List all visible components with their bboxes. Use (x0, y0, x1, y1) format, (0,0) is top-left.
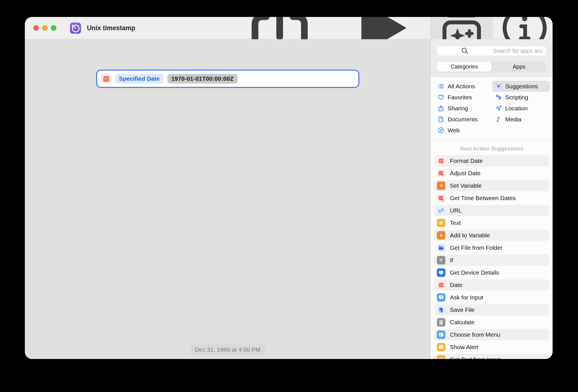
category-label: Suggestions (505, 83, 538, 90)
action-item-if[interactable]: If (434, 255, 549, 266)
category-item-scripting[interactable]: Scripting (492, 92, 550, 103)
window-title: Unix timestamp (87, 24, 135, 32)
action-item-text[interactable]: Text (434, 217, 549, 229)
folder-icon (437, 244, 445, 252)
action-item-choose-from-menu[interactable]: Choose from Menu (434, 329, 549, 340)
action-item-get-time-between-dates[interactable]: Get Time Between Dates (434, 192, 549, 204)
sparkle-icon (495, 83, 502, 90)
action-item-get-file-from-folder[interactable]: Get File from Folder (434, 242, 549, 253)
suggested-actions-list: Format DateAdjust DateSet VariableGet Ti… (431, 155, 553, 359)
workflow-canvas: Specified Date 1970-01-01T00:00:00Z Dec … (25, 39, 431, 359)
action-item-adjust-date[interactable]: Adjust Date (434, 168, 549, 179)
category-label: Location (505, 105, 527, 112)
category-label: Favorites (448, 94, 472, 101)
all-actions-icon (437, 83, 445, 90)
date-preview-tooltip: Dec 31, 1969 at 4:00 PM (190, 344, 265, 355)
action-item-get-text-from-input[interactable]: Get Text from Input (434, 354, 549, 359)
category-grid: All ActionsFavoritesSharingDocumentsWebS… (431, 77, 553, 137)
sidebar-divider (431, 140, 553, 140)
action-item-label: Get Device Details (450, 269, 499, 276)
category-item-favorites[interactable]: Favorites (435, 92, 492, 103)
calendar-icon (437, 281, 445, 289)
calendar-badge-icon (437, 169, 445, 178)
category-label: All Actions (448, 83, 475, 90)
category-item-suggestions[interactable]: Suggestions (492, 81, 550, 92)
document-icon (437, 116, 445, 123)
link-icon (437, 206, 445, 215)
action-item-label: If (450, 257, 453, 264)
alert-window-icon (437, 343, 445, 351)
shortcut-app-icon (70, 23, 81, 34)
action-library-sidebar: Categories Apps All ActionsFavoritesShar… (431, 39, 553, 359)
titlebar-sidebar-header (431, 17, 553, 39)
heart-icon (437, 94, 445, 101)
desktop-background: Unix timestamp (0, 0, 578, 392)
category-item-documents[interactable]: Documents (435, 114, 492, 125)
action-item-show-alert[interactable]: Show Alert (434, 341, 549, 353)
action-item-save-file[interactable]: Save File (434, 304, 549, 316)
action-item-url[interactable]: URL (434, 205, 549, 216)
close-button[interactable] (33, 25, 39, 31)
music-note-icon (495, 116, 502, 123)
text-lines-icon (437, 355, 445, 359)
tab-apps[interactable]: Apps (492, 62, 546, 72)
action-item-calculate[interactable]: Calculate (434, 317, 549, 328)
category-label: Web (448, 127, 460, 134)
action-item-label: Choose from Menu (450, 331, 500, 338)
category-item-sharing[interactable]: Sharing (435, 103, 492, 114)
category-label: Documents (448, 116, 478, 123)
calendar-icon (101, 74, 111, 84)
action-item-label: Calculate (450, 319, 475, 326)
action-item-label: Get Text from Input (450, 356, 500, 359)
scroll-icon (495, 94, 502, 101)
var-x-icon (437, 181, 445, 190)
action-item-label: Show Alert (450, 344, 478, 351)
action-item-label: Text (450, 220, 461, 226)
action-item-format-date[interactable]: Format Date (434, 155, 549, 167)
search-icon (440, 46, 490, 56)
doc-plus-icon (437, 306, 445, 314)
action-item-add-to-variable[interactable]: Add to Variable (434, 230, 549, 241)
share-up-icon (437, 105, 445, 112)
titlebar: Unix timestamp (25, 17, 553, 39)
calculator-icon (437, 318, 445, 327)
action-item-label: Get File from Folder (450, 244, 503, 251)
date-value-token[interactable]: 1970-01-01T00:00:00Z (167, 74, 238, 84)
ask-bubble-icon (437, 293, 445, 302)
library-tabs: Categories Apps (437, 62, 546, 72)
display-icon (437, 268, 445, 277)
search-box (437, 46, 546, 56)
text-lines-icon (437, 219, 445, 227)
titlebar-left: Unix timestamp (25, 17, 431, 39)
category-item-location[interactable]: Location (492, 103, 550, 114)
action-item-set-variable[interactable]: Set Variable (434, 180, 549, 191)
category-item-media[interactable]: Media (492, 114, 550, 125)
action-item-label: Get Time Between Dates (450, 195, 516, 202)
location-arrow-icon (495, 105, 502, 112)
category-label: Sharing (448, 105, 468, 112)
suggestions-section-header: Next Action Suggestions (431, 146, 553, 152)
action-title[interactable]: Specified Date (115, 74, 163, 84)
compass-icon (437, 127, 445, 134)
action-item-get-device-details[interactable]: Get Device Details (434, 267, 549, 278)
action-item-label: Date (450, 282, 462, 288)
minimize-button[interactable] (42, 25, 48, 31)
action-item-label: Save File (450, 306, 475, 313)
action-item-label: Add to Variable (450, 232, 490, 239)
action-card-specified-date[interactable]: Specified Date 1970-01-01T00:00:00Z (96, 70, 359, 88)
action-item-label: Adjust Date (450, 170, 481, 177)
search-input[interactable] (492, 47, 543, 54)
action-item-date[interactable]: Date (434, 279, 549, 291)
fullscreen-button[interactable] (51, 25, 56, 31)
action-item-label: URL (450, 207, 462, 214)
action-item-label: Set Variable (450, 182, 482, 189)
tab-categories[interactable]: Categories (437, 62, 492, 72)
sidebar-search-panel: Categories Apps (431, 39, 553, 77)
calendar-badge-icon (437, 194, 445, 202)
action-item-ask-for-input[interactable]: Ask for Input (434, 292, 549, 303)
category-item-all-actions[interactable]: All Actions (435, 81, 492, 92)
calendar-icon (437, 157, 445, 165)
category-item-web[interactable]: Web (435, 125, 492, 136)
shortcuts-window: Unix timestamp (25, 17, 553, 359)
action-item-label: Ask for Input (450, 294, 483, 301)
